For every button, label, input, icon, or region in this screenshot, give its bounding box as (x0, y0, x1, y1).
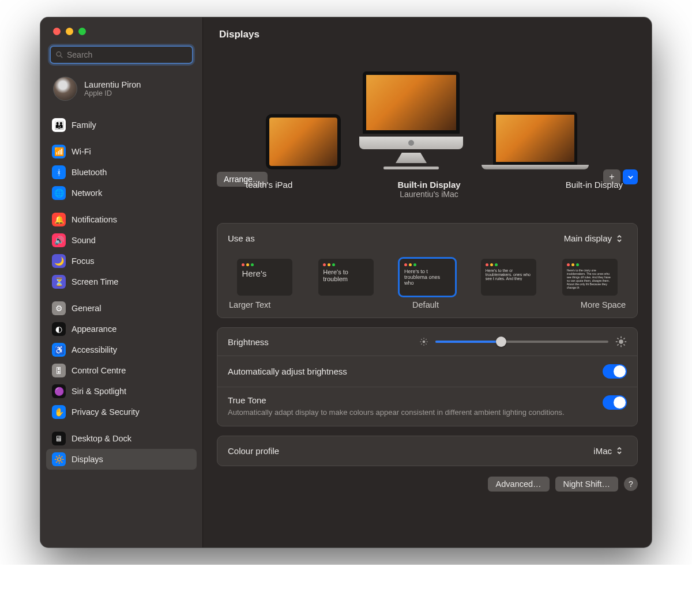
colour-profile-popup[interactable]: iMac (588, 444, 627, 458)
display-label-0: tealth's iPad (246, 180, 292, 199)
advanced-button[interactable]: Advanced… (488, 477, 550, 492)
sidebar-item-accessibility[interactable]: ♿Accessibility (46, 339, 197, 360)
auto-brightness-toggle[interactable] (603, 364, 627, 379)
display-labels: tealth's iPad Built-in Display Laurentiu… (217, 173, 638, 223)
svg-point-0 (57, 52, 61, 56)
settings-window: Laurentiu Piron Apple ID 👪Family📶Wi-FiᚼB… (40, 17, 652, 547)
sidebar-item-focus[interactable]: 🌙Focus (46, 251, 197, 271)
resolution-option-3[interactable]: Here's to the cr troublemakers. ones who… (471, 259, 546, 296)
sidebar-icon: 🔊 (52, 233, 66, 247)
sidebar-item-label: Network (72, 188, 102, 198)
sidebar-icon: ⏳ (52, 275, 66, 289)
sidebar-item-appearance[interactable]: ◐Appearance (46, 319, 197, 339)
brightness-track[interactable] (435, 341, 608, 343)
sidebar-item-label: Appearance (72, 324, 116, 334)
resolution-thumb: Here's to the crazy one troublemakers. T… (562, 259, 618, 296)
sidebar-icon: 📶 (52, 145, 66, 158)
auto-brightness-label: Automatically adjust brightness (228, 366, 347, 376)
sidebar-icon: 🎛 (52, 364, 66, 377)
truetone-toggle[interactable] (603, 395, 627, 410)
sidebar-item-label: Desktop & Dock (72, 434, 131, 443)
sidebar-item-family[interactable]: 👪Family (46, 115, 197, 135)
colour-profile-value: iMac (593, 446, 612, 456)
sidebar-item-siri-spotlight[interactable]: 🟣Siri & Spotlight (46, 381, 197, 402)
help-button[interactable]: ? (624, 477, 638, 491)
avatar (53, 77, 77, 101)
resolution-option-1[interactable]: Here's to troublem (309, 259, 383, 296)
close-button[interactable] (53, 28, 61, 35)
imac-chin (359, 137, 463, 149)
night-shift-button[interactable]: Night Shift… (555, 477, 618, 492)
account-row[interactable]: Laurentiu Piron Apple ID (40, 73, 202, 109)
resolution-legend: Larger Text Default More Space (217, 300, 637, 318)
brightness-label: Brightness (228, 337, 269, 347)
sidebar-item-label: Bluetooth (72, 168, 107, 177)
resolution-option-2[interactable]: Here's to t troublema ones who (390, 259, 465, 296)
sidebar-icon: 🌐 (52, 186, 66, 200)
page-title: Displays (203, 17, 652, 52)
zoom-button[interactable] (78, 28, 86, 35)
sidebar-item-wi-fi[interactable]: 📶Wi-Fi (46, 141, 197, 162)
brightness-knob[interactable] (496, 337, 506, 347)
resolution-option-4[interactable]: Here's to the crazy one troublemakers. T… (552, 259, 627, 296)
sidebar-icon: ᚼ (52, 165, 66, 179)
sidebar-item-notifications[interactable]: 🔔Notifications (46, 209, 197, 230)
displays-strip: Arrange… + (217, 54, 638, 173)
resolution-thumb: Here's to t troublema ones who (400, 259, 455, 296)
resolution-option-0[interactable]: Here's (228, 259, 302, 296)
sidebar-item-label: Wi-Fi (72, 147, 91, 156)
sidebar-item-network[interactable]: 🌐Network (46, 183, 197, 203)
svg-line-10 (426, 339, 426, 339)
svg-line-1 (61, 56, 63, 58)
sidebar-item-privacy-security[interactable]: ✋Privacy & Security (46, 402, 197, 422)
sidebar-item-label: Focus (72, 256, 95, 266)
display-ipad[interactable] (266, 114, 341, 169)
sidebar-item-desktop-dock[interactable]: 🖥Desktop & Dock (46, 428, 197, 449)
window-controls (40, 27, 202, 46)
display-label-1: Built-in Display Laurentiu's iMac (397, 180, 460, 199)
sidebar-item-label: Siri & Spotlight (72, 387, 126, 396)
default-label: Default (412, 300, 439, 309)
account-name: Laurentiu Piron (84, 80, 141, 90)
sidebar-item-bluetooth[interactable]: ᚼBluetooth (46, 162, 197, 183)
svg-line-18 (618, 344, 619, 345)
larger-text-label: Larger Text (229, 300, 270, 309)
macbook-screen (493, 112, 577, 165)
sidebar-item-control-centre[interactable]: 🎛Control Centre (46, 360, 197, 381)
svg-line-8 (426, 343, 426, 344)
display-macbook[interactable] (482, 112, 589, 169)
sidebar-item-general[interactable]: ⚙General (46, 298, 197, 319)
main-pane: Displays Arrange (203, 17, 652, 547)
use-as-panel: Use as Main display Here'sHere's to trou… (217, 223, 638, 318)
sidebar-icon: 🖥 (52, 432, 66, 445)
sidebar-icon: ♿ (52, 343, 66, 357)
sidebar-item-sound[interactable]: 🔊Sound (46, 230, 197, 251)
truetone-desc: Automatically adapt display to make colo… (228, 407, 603, 418)
sun-large-icon (615, 336, 627, 347)
search-input[interactable] (67, 50, 187, 59)
use-as-popup[interactable]: Main display (558, 232, 627, 245)
sidebar-icon: ⚙ (52, 301, 66, 315)
macbook-base (482, 165, 589, 169)
sun-small-icon (419, 337, 428, 346)
minimize-button[interactable] (66, 28, 73, 35)
sidebar-icon: ◐ (52, 322, 66, 336)
brightness-slider[interactable] (419, 336, 627, 347)
sidebar-item-displays[interactable]: 🔆Displays (46, 449, 197, 470)
sidebar-item-screen-time[interactable]: ⏳Screen Time (46, 271, 197, 292)
svg-line-7 (421, 339, 422, 339)
sidebar-item-label: Control Centre (72, 366, 126, 375)
search-field[interactable] (50, 46, 193, 64)
display-imac[interactable] (359, 71, 463, 169)
svg-point-2 (423, 341, 426, 343)
sidebar-item-label: Family (72, 120, 96, 130)
imac-stand (396, 153, 427, 163)
footer-buttons: Advanced… Night Shift… ? (217, 475, 638, 492)
resolution-thumb: Here's (237, 259, 292, 296)
sidebar-item-label: Sound (72, 236, 96, 245)
imac-foot (383, 167, 439, 169)
updown-icon (615, 446, 623, 455)
resolution-thumb: Here's to the cr troublemakers. ones who… (481, 259, 536, 296)
svg-line-9 (421, 343, 422, 344)
sidebar-icon: ✋ (52, 405, 66, 419)
